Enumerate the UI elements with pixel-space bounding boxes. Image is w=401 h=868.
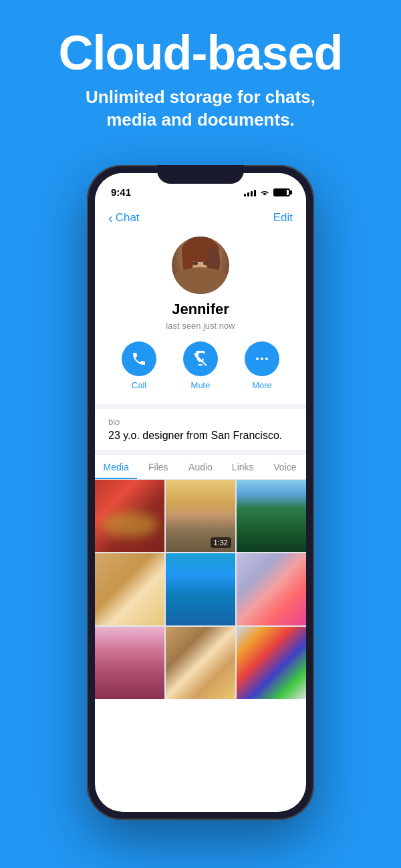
hero-subtitle: Unlimited storage for chats,media and do…: [13, 86, 388, 132]
status-icons: [244, 188, 290, 196]
media-item[interactable]: [237, 627, 306, 699]
mute-button[interactable]: Mute: [183, 341, 218, 390]
call-button[interactable]: Call: [122, 341, 156, 390]
svg-point-10: [256, 357, 259, 360]
tab-voice[interactable]: Voice: [264, 455, 306, 479]
svg-point-6: [192, 261, 198, 265]
svg-point-11: [261, 357, 263, 360]
svg-point-12: [265, 357, 268, 360]
nav-bar: ‹ Chat Edit: [95, 202, 306, 231]
status-time: 9:41: [111, 186, 131, 198]
tab-files[interactable]: Files: [137, 455, 179, 479]
profile-section: Jennifer last seen just now Call: [95, 231, 306, 404]
phone-screen: 9:41: [95, 173, 306, 812]
svg-point-5: [182, 249, 193, 275]
bio-text: 23 y.o. designer from San Francisco.: [108, 430, 293, 442]
svg-point-4: [207, 247, 220, 277]
hero-section: Cloud-based Unlimited storage for chats,…: [0, 0, 401, 145]
call-label: Call: [132, 380, 146, 390]
media-item[interactable]: [95, 553, 164, 625]
media-item[interactable]: [166, 553, 235, 625]
media-item[interactable]: [95, 627, 164, 699]
hero-title: Cloud-based: [13, 27, 388, 80]
svg-rect-1: [196, 275, 205, 286]
media-item[interactable]: [166, 627, 235, 699]
phone-icon: [131, 351, 147, 367]
bio-label: bio: [108, 417, 293, 427]
video-duration: 1:32: [211, 537, 231, 548]
media-item[interactable]: [237, 480, 306, 552]
phone-notch: [157, 165, 244, 184]
avatar: [172, 237, 229, 294]
more-label: More: [252, 380, 272, 390]
media-item[interactable]: [95, 480, 164, 552]
media-grid: 1:32: [95, 480, 306, 699]
svg-point-8: [199, 269, 202, 271]
tab-audio[interactable]: Audio: [179, 455, 221, 479]
signal-icon: [244, 188, 256, 196]
media-tabs: Media Files Audio Links Voice: [95, 455, 306, 480]
more-icon: [254, 351, 270, 367]
back-button[interactable]: ‹ Chat: [108, 210, 140, 226]
section-divider: [95, 404, 306, 409]
bio-section: bio 23 y.o. designer from San Francisco.: [95, 409, 306, 450]
battery-icon: [273, 188, 290, 196]
svg-point-9: [179, 283, 222, 294]
back-chevron-icon: ‹: [108, 210, 113, 226]
mute-icon: [192, 351, 209, 367]
tab-links[interactable]: Links: [222, 455, 264, 479]
back-label: Chat: [116, 211, 140, 225]
profile-name: Jennifer: [172, 301, 229, 318]
svg-point-7: [203, 261, 209, 265]
wifi-icon: [259, 188, 270, 196]
tab-media[interactable]: Media: [95, 455, 137, 479]
mute-label: Mute: [191, 380, 211, 390]
edit-button[interactable]: Edit: [273, 211, 293, 225]
phone-frame: 9:41: [87, 165, 314, 820]
action-buttons: Call Mute: [122, 341, 279, 390]
phone-wrapper: 9:41: [0, 165, 401, 820]
media-item[interactable]: 1:32: [166, 480, 235, 552]
section-divider-2: [95, 450, 306, 455]
more-button[interactable]: More: [245, 341, 279, 390]
profile-status: last seen just now: [166, 321, 235, 331]
media-item[interactable]: [237, 553, 306, 625]
